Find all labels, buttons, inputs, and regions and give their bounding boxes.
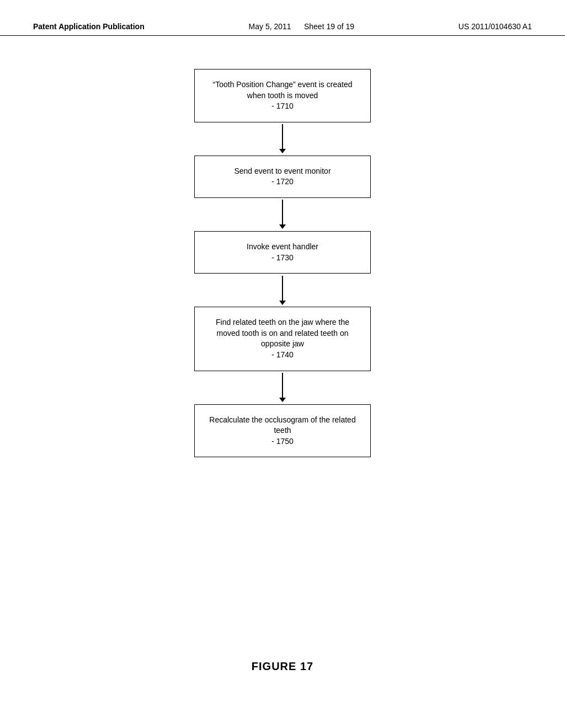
patent-number: US 2011/0104630 A1 <box>459 22 532 31</box>
arrow-head-1 <box>279 149 286 153</box>
page-header: Patent Application Publication May 5, 20… <box>0 0 565 36</box>
publication-date: May 5, 2011 <box>249 22 291 31</box>
box-1750-text: Recalculate the occlusogram of the relat… <box>209 415 355 446</box>
arrow-line-2 <box>282 200 283 224</box>
figure-caption: FIGURE 17 <box>0 660 565 673</box>
flowchart: “Tooth Position Change” event is created… <box>194 69 371 457</box>
arrow-head-3 <box>279 301 286 305</box>
box-1720-text: Send event to event monitor- 1720 <box>234 167 331 186</box>
arrow-3 <box>279 274 286 307</box>
arrow-head-2 <box>279 224 286 229</box>
main-content: “Tooth Position Change” event is created… <box>0 36 565 457</box>
flowchart-box-1710: “Tooth Position Change” event is created… <box>194 69 371 122</box>
box-1740-text: Find related teeth on the jaw where the … <box>216 318 349 359</box>
flowchart-box-1750: Recalculate the occlusogram of the relat… <box>194 404 371 458</box>
sheet-number: Sheet 19 of 19 <box>304 22 354 31</box>
flowchart-box-1740: Find related teeth on the jaw where the … <box>194 307 371 371</box>
flowchart-box-1720: Send event to event monitor- 1720 <box>194 156 371 198</box>
arrow-4 <box>279 371 286 404</box>
arrow-line-1 <box>282 124 283 149</box>
page: Patent Application Publication May 5, 20… <box>0 0 565 728</box>
arrow-line-4 <box>282 373 283 398</box>
arrow-2 <box>279 198 286 231</box>
flowchart-box-1730: Invoke event handler- 1730 <box>194 231 371 274</box>
arrow-1 <box>279 122 286 156</box>
arrow-head-4 <box>279 398 286 402</box>
sheet-info: May 5, 2011 Sheet 19 of 19 <box>249 22 354 31</box>
box-1710-text: “Tooth Position Change” event is created… <box>213 80 353 110</box>
box-1730-text: Invoke event handler- 1730 <box>247 242 318 262</box>
arrow-line-3 <box>282 276 283 301</box>
publication-label: Patent Application Publication <box>33 22 145 31</box>
